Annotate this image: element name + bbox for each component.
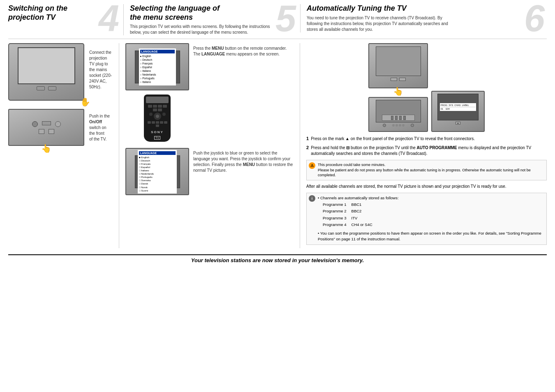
tv-power-btn: [32, 121, 38, 127]
tv-connectors: [382, 115, 415, 121]
tv-dot-1: [383, 124, 386, 127]
page: Switching on the projection TV 4 Selecti…: [0, 0, 555, 392]
remote-btn-sm: [156, 125, 159, 127]
hand-plug-icon: ✋: [80, 97, 90, 107]
tv-with-menu2: LANGUAGE ■ English □ Deutsch □ Français …: [125, 148, 189, 195]
remote-btn-sm: [156, 121, 159, 124]
section6-step2-text: Press and hold the ⊟ button on the proje…: [311, 145, 547, 157]
tv-section6-bottom: PROGSYSCHASLABEL 01E04 ▼: [431, 91, 485, 132]
channel-table: Programme 1 BBC1 Programme 2 BBC2 Progra…: [322, 201, 377, 228]
remote-btn-sm: [152, 121, 155, 124]
remote-joystick: [154, 113, 161, 120]
section5-number: 5: [275, 0, 296, 37]
section5-subtitle: This projection TV set works with menu s…: [130, 24, 274, 35]
section4-step1-text: Connect the projection TV plug to the ma…: [89, 50, 113, 90]
section6-step1-text: Press on the mark ▲ on the front panel o…: [311, 136, 475, 142]
section4-header: Switching on the projection TV 4: [8, 4, 123, 24]
hand-icon-s6: 👆: [393, 86, 403, 96]
section6-step1: 1 Press on the mark ▲ on the front panel…: [306, 136, 547, 142]
prog1-label: Programme 1: [323, 202, 351, 208]
remote-btn: [158, 108, 162, 111]
tv-control-btn-1: [37, 86, 45, 90]
tv-section6-mid: [368, 97, 428, 132]
tv-dot-2: [411, 124, 414, 127]
tv-screen-s6-1: [376, 46, 421, 76]
section4-content: ✋ Connect the projection TV plug to the …: [8, 43, 119, 248]
warning-box: ⚠ This procedure could take some minutes…: [306, 160, 547, 180]
remote-btn-sm: [148, 121, 151, 124]
prog3-ch: ITV: [352, 215, 377, 221]
tv-btn-s6: [399, 78, 406, 81]
prog2-label: Programme 2: [323, 208, 351, 214]
info-icon: i: [309, 195, 315, 202]
hand-push-icon: 👆: [41, 143, 51, 153]
remote-btn: [148, 105, 152, 108]
remote-btn: [153, 108, 157, 111]
section5-content: LANGUAGE ● English ○ Deutsch ○ Français …: [119, 43, 300, 248]
section5-instruction2: Push the joystick to blue or green to se…: [193, 150, 294, 173]
tv-control-btn-2: [48, 86, 56, 90]
footer: Your television stations are now stored …: [8, 254, 547, 263]
tv-btn-circle: [55, 121, 61, 127]
main-content: ✋ Connect the projection TV plug to the …: [8, 43, 547, 248]
remote-btn: [158, 105, 162, 108]
prog4-ch: CH4 or S4C: [352, 222, 377, 228]
prog2-ch: BBC2: [352, 208, 377, 214]
prog4-label: Programme 4: [323, 222, 351, 228]
warning-text: This procedure could take some minutes. …: [318, 162, 544, 178]
info-content: • Channels are automatically stored as f…: [318, 195, 544, 242]
remote-btn: [163, 105, 167, 108]
section5-header: Selecting the language of the menu scree…: [123, 4, 300, 35]
after-text: After all available channels are stored,…: [306, 184, 547, 189]
auto-prog-menu: PROGSYSCHASLABEL 01E04: [440, 103, 476, 111]
section6-number: 6: [524, 0, 545, 37]
tv-illustration-top: [8, 43, 84, 101]
section5-instruction1: Press the MENU button on the remote comm…: [193, 46, 294, 57]
section4-number: 4: [99, 0, 119, 37]
tv-section6-top: [368, 43, 428, 88]
tv-screen-top: [18, 47, 75, 84]
tv-front-btn-2: [49, 129, 54, 134]
remote-btn-round: [149, 113, 153, 116]
section6-header: Automatically Tuning the TV 6 You need t…: [300, 4, 547, 32]
section6-title: Automatically Tuning the TV: [307, 4, 526, 13]
remote-top-area: [146, 97, 169, 103]
section5-title: Selecting the language of the menu scree…: [130, 4, 275, 22]
remote-btn-sm: [164, 121, 167, 124]
tv-front-btn-1: [39, 129, 44, 134]
tv-screen-s6-3: PROGSYSCHASLABEL 01E04: [437, 94, 479, 120]
footer-text: Your television stations are now stored …: [8, 257, 547, 263]
section4-step2-text: Push in the On/Offswitch on the frontof …: [89, 113, 113, 142]
remote-btn: [153, 105, 157, 108]
remote-btn-round2: [162, 113, 166, 116]
tv-screen-s6-2: [376, 100, 421, 122]
remote-control: SONY TV: [144, 95, 171, 142]
tv-onoff-btn: [42, 121, 51, 125]
menu-overlay-2: LANGUAGE ■ English □ Deutsch □ Français …: [138, 150, 177, 194]
tv-screen-menu1: LANGUAGE ● English ○ Deutsch ○ Français …: [135, 51, 180, 83]
header-row: Switching on the projection TV 4 Selecti…: [8, 4, 547, 39]
prog3-label: Programme 3: [323, 215, 351, 221]
menu-overlay-1: LANGUAGE ● English ○ Deutsch ○ Français …: [139, 48, 176, 85]
remote-btn-sm: [160, 121, 163, 124]
tv-btn-s6: [391, 78, 397, 81]
section4-title: Switching on the projection TV: [8, 4, 95, 22]
prog1-ch: BBC1: [352, 202, 377, 208]
section6-content: 👆: [300, 43, 547, 248]
section6-step2: 2 Press and hold the ⊟ button on the pro…: [306, 145, 547, 157]
section6-subtitle: You need to tune the projection TV to re…: [307, 15, 451, 32]
tv-illustration-bottom: [8, 109, 84, 146]
info-box: i • Channels are automatically stored as…: [306, 193, 547, 245]
tv-screen-menu2: LANGUAGE ■ English □ Deutsch □ Français …: [135, 155, 180, 188]
tv-with-menu: LANGUAGE ● English ○ Deutsch ○ Français …: [125, 43, 189, 90]
warning-icon: ⚠: [309, 162, 315, 169]
